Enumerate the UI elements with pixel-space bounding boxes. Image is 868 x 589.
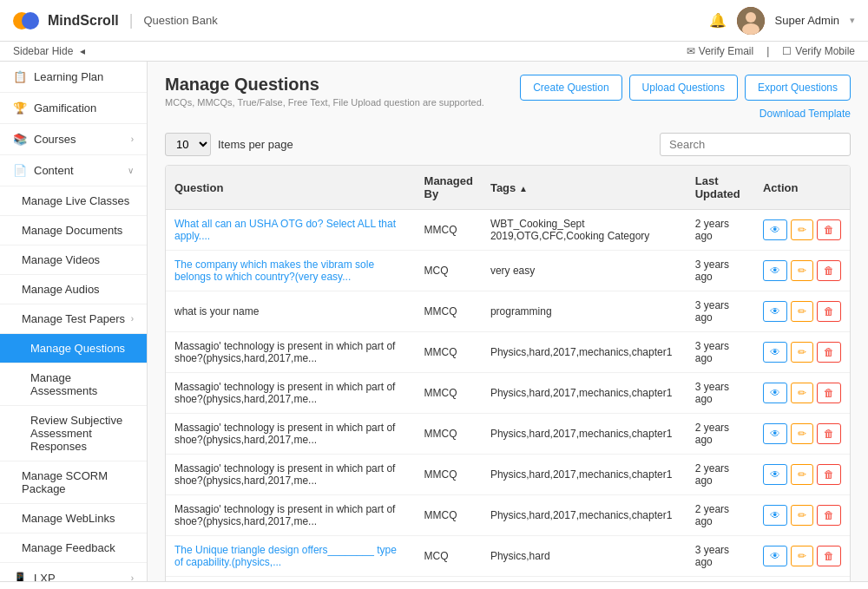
question-link[interactable]: The company which makes the vibram sole … — [174, 259, 374, 283]
view-button[interactable]: 👁 — [763, 505, 787, 526]
delete-button[interactable]: 🗑 — [817, 383, 841, 403]
chevron-right-icon: › — [131, 573, 134, 581]
items-per-page: 10 20 50 Items per page — [165, 133, 293, 156]
learning-plan-icon: 📋 — [13, 70, 27, 83]
edit-button[interactable]: ✏ — [791, 464, 813, 485]
sidebar-item-label: Content — [34, 164, 74, 177]
header-left: MindScroll | Question Bank — [13, 11, 218, 29]
sidebar-item-manage-questions[interactable]: Manage Questions — [0, 334, 147, 363]
delete-button[interactable]: 🗑 — [817, 423, 841, 444]
question-text: Massagio' technology is present in which… — [174, 340, 395, 364]
action-cell: 👁 ✏ 🗑 — [754, 577, 850, 582]
col-header-tags[interactable]: Tags ▲ — [482, 166, 687, 210]
delete-button[interactable]: 🗑 — [817, 260, 841, 281]
table-header-row: Question Managed By Tags ▲ Last Updated … — [166, 166, 850, 210]
sidebar-item-learning-plan[interactable]: 📋 Learning Plan — [0, 62, 147, 93]
edit-button[interactable]: ✏ — [791, 260, 813, 281]
header-divider: | — [129, 11, 134, 29]
view-button[interactable]: 👁 — [763, 423, 787, 444]
col-header-action: Action — [754, 166, 850, 210]
delete-button[interactable]: 🗑 — [817, 546, 841, 566]
question-link[interactable]: The Unique triangle design offers_______… — [174, 544, 397, 568]
header-right: 🔔 Super Admin ▾ — [709, 7, 855, 35]
view-button[interactable]: 👁 — [763, 219, 787, 240]
delete-button[interactable]: 🗑 — [817, 464, 841, 485]
admin-dropdown-icon[interactable]: ▾ — [850, 15, 855, 26]
sidebar-item-courses[interactable]: 📚 Courses › — [0, 124, 147, 155]
page-header: Manage Questions MCQs, MMCQs, True/False… — [165, 75, 851, 120]
sidebar-item-manage-videos[interactable]: Manage Videos — [0, 245, 147, 275]
col-header-question: Question — [166, 166, 416, 210]
view-button[interactable]: 👁 — [763, 301, 787, 322]
edit-button[interactable]: ✏ — [791, 546, 813, 566]
managed-by-cell: MMCQ — [416, 332, 482, 373]
question-link[interactable]: What all can an USHA OTG do? Select ALL … — [174, 218, 396, 242]
delete-button[interactable]: 🗑 — [817, 301, 841, 322]
edit-button[interactable]: ✏ — [791, 423, 813, 444]
sidebar-item-manage-documents[interactable]: Manage Documents — [0, 216, 147, 245]
managed-by-cell: MMCQ — [416, 210, 482, 251]
view-button[interactable]: 👁 — [763, 383, 787, 403]
view-button[interactable]: 👁 — [763, 546, 787, 566]
phone-icon: ☐ — [782, 45, 792, 57]
sidebar-item-manage-weblinks[interactable]: Manage WebLinks — [0, 504, 147, 533]
edit-button[interactable]: ✏ — [791, 219, 813, 240]
delete-button[interactable]: 🗑 — [817, 342, 841, 363]
delete-button[interactable]: 🗑 — [817, 505, 841, 526]
tags-cell: Physics,hard,2017,mechanics,chapter1 — [482, 455, 687, 495]
delete-button[interactable]: 🗑 — [817, 219, 841, 240]
sidebar-sub-label: Manage Live Classes — [22, 194, 129, 207]
last-updated-cell: 2 years ago — [687, 455, 754, 495]
header: MindScroll | Question Bank 🔔 Super Admin… — [0, 0, 868, 42]
last-updated-cell: 2 years ago — [687, 414, 754, 455]
sidebar-sub-label: Manage Test Papers — [22, 312, 125, 325]
action-cell: 👁 ✏ 🗑 — [754, 495, 850, 536]
page-title: Manage Questions — [165, 75, 484, 95]
sidebar-toggle[interactable]: Sidebar Hide ◂ — [13, 45, 85, 57]
edit-button[interactable]: ✏ — [791, 383, 813, 403]
view-button[interactable]: 👁 — [763, 342, 787, 363]
export-questions-button[interactable]: Export Questions — [745, 75, 851, 101]
sidebar-item-manage-audios[interactable]: Manage Audios — [0, 275, 147, 304]
sidebar-item-review-subjective[interactable]: Review Subjective Assessment Responses — [0, 406, 147, 461]
verify-email-link[interactable]: ✉ Verify Email — [687, 45, 753, 57]
sub-header-right: ✉ Verify Email | ☐ Verify Mobile — [687, 45, 855, 57]
download-template-link[interactable]: Download Template — [760, 108, 851, 120]
sidebar-sub-label: Manage Videos — [22, 253, 100, 266]
gamification-icon: 🏆 — [13, 101, 27, 115]
sidebar-item-gamification[interactable]: 🏆 Gamification — [0, 93, 147, 124]
sidebar-item-manage-scorm[interactable]: Manage SCORM Package — [0, 461, 147, 504]
admin-name[interactable]: Super Admin — [775, 14, 839, 27]
edit-button[interactable]: ✏ — [791, 342, 813, 363]
search-input[interactable] — [660, 133, 851, 156]
sidebar-toggle-icon: ◂ — [80, 45, 85, 57]
verify-mobile-link[interactable]: ☐ Verify Mobile — [782, 45, 855, 57]
edit-button[interactable]: ✏ — [791, 301, 813, 322]
view-button[interactable]: 👁 — [763, 464, 787, 485]
sidebar-item-manage-test-papers[interactable]: Manage Test Papers › — [0, 304, 147, 334]
tags-cell: Physics,hard — [482, 536, 687, 577]
col-header-updated: Last Updated — [687, 166, 754, 210]
sidebar-item-manage-feedback[interactable]: Manage Feedback — [0, 533, 147, 563]
question-text: what is your name — [174, 305, 259, 317]
sidebar-hide-label: Sidebar Hide — [13, 45, 73, 57]
page-actions: Create Question Upload Questions Export … — [520, 75, 851, 120]
questions-table: Question Managed By Tags ▲ Last Updated … — [165, 165, 851, 581]
sidebar-item-lxp[interactable]: 📱 LXP › — [0, 563, 147, 581]
create-question-button[interactable]: Create Question — [520, 75, 621, 101]
managed-by-cell: MMCQ — [416, 291, 482, 332]
sidebar-item-manage-assessments[interactable]: Manage Assessments — [0, 363, 147, 406]
items-per-page-select[interactable]: 10 20 50 — [165, 133, 211, 156]
action-cell: 👁 ✏ 🗑 — [754, 332, 850, 373]
avatar — [737, 7, 765, 35]
edit-button[interactable]: ✏ — [791, 505, 813, 526]
view-button[interactable]: 👁 — [763, 260, 787, 281]
sidebar-item-content[interactable]: 📄 Content ∨ — [0, 155, 147, 187]
sidebar-item-manage-live-classes[interactable]: Manage Live Classes — [0, 187, 147, 216]
items-per-page-label: Items per page — [218, 138, 293, 151]
sidebar: 📋 Learning Plan 🏆 Gamification 📚 Courses… — [0, 62, 148, 581]
bell-icon[interactable]: 🔔 — [709, 12, 727, 29]
question-text: Massagio' technology is present in which… — [174, 422, 395, 446]
upload-questions-button[interactable]: Upload Questions — [629, 75, 738, 101]
sidebar-sub-label: Manage Assessments — [30, 371, 97, 397]
